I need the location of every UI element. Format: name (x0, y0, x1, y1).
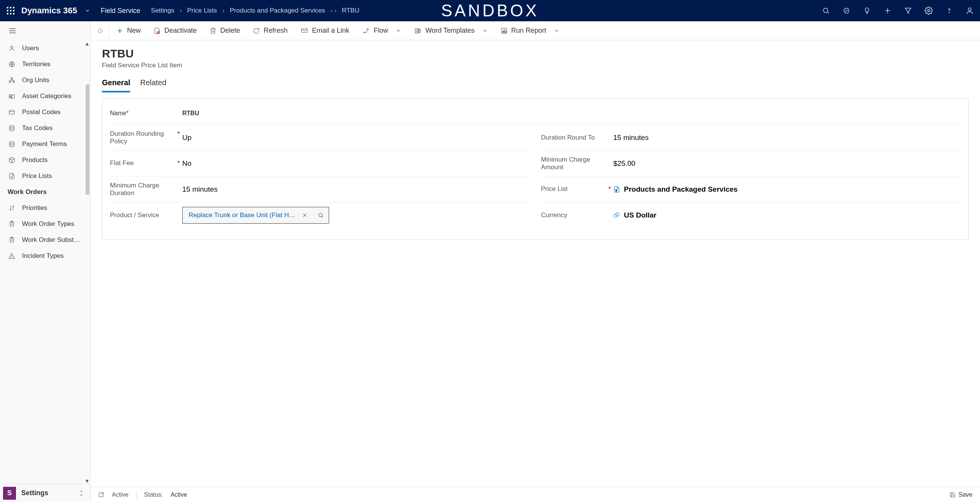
svg-point-9 (823, 8, 828, 13)
drt-value[interactable]: 15 minutes (613, 133, 961, 142)
status-bar: Active Status: Active Save (91, 487, 980, 502)
search-button[interactable] (816, 0, 836, 21)
currency-link[interactable]: US Dollar (613, 211, 961, 219)
gear-icon (924, 6, 933, 15)
ideas-button[interactable] (857, 0, 877, 21)
name-value[interactable]: RTBU (182, 110, 199, 117)
lookup-clear[interactable] (297, 207, 313, 223)
account-button[interactable] (959, 0, 980, 21)
sidebar-item[interactable]: Postal Codes (0, 104, 90, 120)
delete-label: Delete (220, 27, 240, 35)
brand-label: Dynamics 365 (21, 6, 77, 16)
sidebar-item[interactable]: Products (0, 152, 90, 168)
svg-marker-14 (905, 8, 911, 13)
tab-related[interactable]: Related (140, 78, 166, 92)
breadcrumb-item[interactable]: Price Lists (187, 7, 217, 14)
sidebar-item[interactable]: Org Units (0, 72, 90, 88)
delete-button[interactable]: Delete (204, 21, 245, 40)
drp-label: Duration Rounding Policy (110, 130, 175, 145)
breadcrumb-item[interactable]: Settings (151, 7, 174, 14)
sidebar-item[interactable]: Incident Types (0, 248, 90, 264)
tab-general[interactable]: General (102, 78, 130, 92)
flow-button[interactable]: Flow (357, 21, 406, 40)
product-service-lookup[interactable]: Replace Trunk or Base Unit (Flat H… (182, 207, 329, 224)
mcd-value[interactable]: 15 minutes (182, 185, 530, 194)
app-launcher[interactable] (0, 0, 21, 21)
clip-icon (8, 221, 16, 227)
sidebar-item[interactable]: Work Order Types (0, 216, 90, 232)
sidebar-item[interactable]: Asset Categories (0, 88, 90, 104)
refresh-button[interactable]: Refresh (248, 21, 293, 40)
svg-line-10 (827, 12, 829, 13)
command-bar: New Deactivate Delete Refresh Email a Li… (91, 21, 980, 40)
svg-point-31 (10, 126, 14, 127)
chevron-right-icon: › › (330, 7, 336, 14)
sidebar-item[interactable]: Price Lists (0, 168, 90, 184)
add-button[interactable] (877, 0, 898, 21)
area-name: Settings (21, 489, 73, 497)
drt-label: Duration Round To (541, 134, 595, 141)
sidebar-item[interactable]: Users (0, 40, 90, 56)
sidebar-item-label: Payment Terms (22, 140, 67, 148)
svg-rect-53 (418, 29, 420, 32)
header-area-label[interactable]: Field Service (101, 7, 140, 15)
sidebar-item[interactable]: Priorities (0, 200, 90, 216)
chevron-circle-icon (97, 27, 103, 35)
sidebar-item[interactable]: Tax Codes (0, 120, 90, 136)
tabs: General Related (102, 78, 969, 92)
sidebar-item-label: Work Order Subst… (22, 236, 80, 244)
filter-button[interactable] (898, 0, 918, 21)
sidebar-item[interactable]: Work Order Subst… (0, 232, 90, 248)
run-report-button[interactable]: Run Report (495, 21, 565, 40)
person-icon (8, 45, 16, 52)
svg-rect-55 (503, 31, 503, 33)
new-button[interactable]: New (111, 21, 146, 40)
sidebar-item-label: Incident Types (22, 252, 64, 260)
scrollbar-thumb[interactable] (86, 84, 89, 195)
svg-rect-7 (10, 13, 11, 14)
save-button[interactable]: Save (950, 491, 972, 498)
sidebar-item-label: Priorities (22, 204, 47, 212)
warn-icon (8, 253, 16, 259)
name-label: Name (110, 110, 126, 116)
breadcrumb-item[interactable]: Products and Packaged Services (230, 7, 325, 14)
popout-icon[interactable] (98, 492, 104, 498)
breadcrumb-item[interactable]: RTBU (342, 7, 359, 14)
email-link-button[interactable]: Email a Link (295, 21, 355, 40)
scroll-up[interactable]: ▴ (84, 40, 90, 46)
stack-icon (8, 125, 16, 132)
sidebar-item[interactable]: Territories (0, 56, 90, 72)
brand-dropdown[interactable]: Dynamics 365 (21, 6, 90, 16)
task-button[interactable] (836, 0, 857, 21)
svg-rect-56 (504, 30, 505, 33)
toggle-pane-button[interactable] (92, 21, 109, 40)
pl-label: Price List (541, 185, 568, 193)
mca-value[interactable]: $25.00 (613, 159, 961, 168)
box-icon (8, 157, 16, 164)
area-switcher[interactable]: S Settings (0, 484, 90, 502)
scroll-down[interactable]: ▾ (84, 478, 90, 484)
word-templates-button[interactable]: Word Templates (409, 21, 493, 40)
flat-value[interactable]: No (182, 159, 530, 168)
sidebar-toggle[interactable] (0, 21, 90, 40)
svg-text:$: $ (616, 188, 617, 192)
section-label: Work Orders (8, 188, 47, 196)
deactivate-button[interactable]: Deactivate (148, 21, 202, 40)
lookup-chip[interactable]: Replace Trunk or Base Unit (Flat H… (183, 211, 297, 219)
help-button[interactable] (939, 0, 959, 21)
drp-value[interactable]: Up (182, 133, 530, 142)
updown-icon (79, 489, 84, 497)
area-badge: S (3, 487, 16, 500)
sidebar-item[interactable]: Payment Terms (0, 136, 90, 152)
settings-button[interactable] (918, 0, 939, 21)
search-icon (318, 212, 324, 218)
pricelist-link[interactable]: $ Products and Packaged Services (613, 185, 961, 194)
lookup-search[interactable] (313, 207, 329, 223)
svg-point-60 (319, 213, 322, 217)
svg-point-16 (949, 12, 949, 13)
svg-rect-23 (11, 78, 13, 79)
person-icon (966, 6, 974, 15)
chevron-down-icon (85, 8, 90, 13)
svg-line-61 (322, 216, 323, 218)
word-icon (414, 27, 422, 34)
